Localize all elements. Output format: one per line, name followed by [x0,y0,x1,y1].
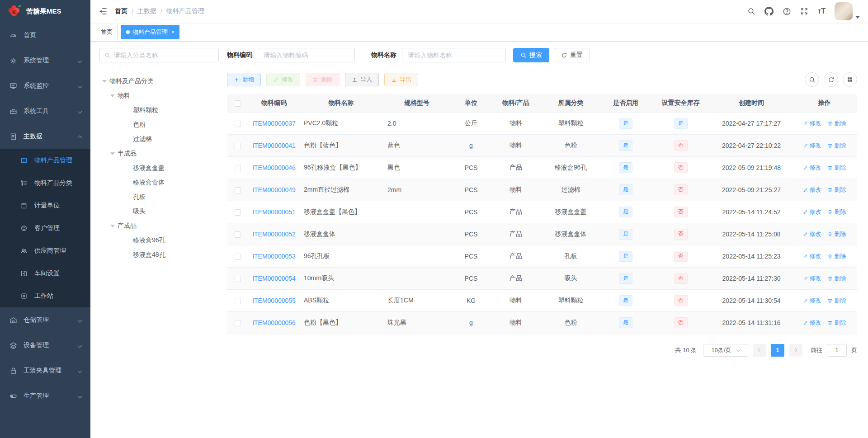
tree-node[interactable]: 塑料颗粒 [99,103,219,118]
row-delete-button[interactable]: 删除 [827,186,846,194]
row-delete-button[interactable]: 删除 [827,164,846,172]
sidebar-item-warehouse-management[interactable]: 仓储管理 [0,307,90,333]
sidebar-item-master-data[interactable]: 主数据 [0,124,90,149]
material-name-input[interactable] [402,48,506,62]
tree-node[interactable]: 移液盒96孔 [99,233,219,248]
row-checkbox[interactable] [235,320,241,326]
row-checkbox[interactable] [235,298,241,304]
prev-page-button[interactable] [753,344,766,357]
avatar[interactable] [835,2,853,20]
tab-home[interactable]: 首页 [96,25,118,39]
row-checkbox[interactable] [235,231,241,238]
refresh-table-button[interactable] [824,72,838,87]
row-edit-button[interactable]: 修改 [803,208,821,216]
material-code-link[interactable]: ITEM00000051 [252,208,296,216]
select-all-checkbox[interactable] [235,100,241,107]
row-checkbox[interactable] [235,209,241,216]
tree-node[interactable]: 移液盒48孔 [99,248,219,262]
material-code-link[interactable]: ITEM00000037 [252,120,296,127]
font-size-icon[interactable]: тT [817,7,826,15]
row-edit-button[interactable]: 修改 [803,186,821,194]
edit-button[interactable]: 修改 [266,73,300,86]
category-search-input[interactable] [114,52,214,59]
material-code-link[interactable]: ITEM00000046 [252,164,296,171]
sidebar-item-material-product-category[interactable]: 物料产品分类 [0,172,90,194]
help-icon[interactable] [783,7,791,16]
row-delete-button[interactable]: 删除 [827,141,846,150]
sidebar-item-workstation[interactable]: 工作站 [0,285,90,307]
row-edit-button[interactable]: 修改 [803,119,821,127]
row-edit-button[interactable]: 修改 [803,319,821,327]
fullscreen-icon[interactable] [800,7,808,15]
row-edit-button[interactable]: 修改 [803,252,821,260]
breadcrumb-home[interactable]: 首页 [115,7,127,15]
tree-node[interactable]: 产成品 [99,219,219,233]
material-code-link[interactable]: ITEM00000054 [252,275,296,282]
sidebar-item-customer-management[interactable]: 客户管理 [0,217,90,240]
export-button[interactable]: 导出 [384,73,418,86]
add-button[interactable]: 新增 [227,73,261,86]
breadcrumb-master-data[interactable]: 主数据 [137,7,156,15]
row-checkbox[interactable] [235,254,241,260]
import-button[interactable]: 导入 [345,73,379,86]
search-icon[interactable] [747,7,755,15]
material-code-link[interactable]: ITEM00000055 [252,297,296,304]
sidebar-item-workshop-settings[interactable]: 车间设置 [0,262,90,285]
reset-button[interactable]: 重置 [554,48,590,62]
row-checkbox[interactable] [235,143,241,149]
row-checkbox[interactable] [235,165,241,171]
row-delete-button[interactable]: 删除 [827,319,846,327]
next-page-button[interactable] [789,344,802,357]
delete-button[interactable]: 删除 [306,73,340,86]
row-checkbox[interactable] [235,276,241,282]
row-delete-button[interactable]: 删除 [827,297,846,305]
column-settings-button[interactable] [843,72,857,87]
material-code-input[interactable] [258,48,355,62]
material-code-link[interactable]: ITEM00000049 [252,186,296,193]
row-edit-button[interactable]: 修改 [803,297,821,305]
sidebar-item-material-product-management[interactable]: 物料产品管理 [0,149,90,172]
sidebar-item-system-management[interactable]: 系统管理 [0,48,90,73]
sidebar-item-home[interactable]: 首页 [0,23,90,48]
sidebar-item-system-tools[interactable]: 系统工具 [0,99,90,124]
goto-page-input[interactable] [827,344,847,357]
page-size-select[interactable]: 10条/页 [703,344,748,357]
row-delete-button[interactable]: 删除 [827,208,846,216]
tree-node[interactable]: 移液盒盒体 [99,175,219,190]
material-code-link[interactable]: ITEM00000053 [252,253,296,260]
tree-node[interactable]: 移液盒盒盖 [99,161,219,175]
show-search-toggle-button[interactable] [805,72,819,87]
material-code-link[interactable]: ITEM00000041 [252,142,296,149]
search-button[interactable]: 搜索 [513,48,549,62]
sidebar-toggle-icon[interactable] [99,7,108,16]
github-icon[interactable] [764,7,774,16]
row-delete-button[interactable]: 删除 [827,252,846,260]
tree-node[interactable]: 物料及产品分类 [99,74,219,89]
sidebar-item-supplier-management[interactable]: 供应商管理 [0,240,90,262]
row-edit-button[interactable]: 修改 [803,141,821,150]
material-code-link[interactable]: ITEM00000056 [252,319,296,326]
tree-node[interactable]: 吸头 [99,204,219,219]
sidebar-item-system-monitor[interactable]: 系统监控 [0,73,90,99]
row-checkbox[interactable] [235,187,241,193]
sidebar-item-measure-unit[interactable]: 计量单位 [0,194,90,217]
tree-node[interactable]: 色粉 [99,118,219,132]
tab-material-product-management[interactable]: 物料产品管理 × [121,25,179,39]
row-delete-button[interactable]: 删除 [827,274,846,283]
page-number-1[interactable]: 1 [771,344,784,357]
tree-node[interactable]: 过滤棉 [99,132,219,146]
tree-node[interactable]: 物料 [99,89,219,103]
row-delete-button[interactable]: 删除 [827,230,846,238]
row-edit-button[interactable]: 修改 [803,164,821,172]
row-edit-button[interactable]: 修改 [803,230,821,238]
tree-node[interactable]: 孔板 [99,190,219,204]
row-edit-button[interactable]: 修改 [803,274,821,283]
material-code-link[interactable]: ITEM00000052 [252,231,296,238]
sidebar-item-production-management[interactable]: 生产管理 [0,383,90,409]
close-icon[interactable]: × [171,29,175,35]
sidebar-item-fixture-management[interactable]: 工装夹具管理 [0,358,90,383]
row-delete-button[interactable]: 删除 [827,119,846,127]
tree-node[interactable]: 半成品 [99,146,219,161]
row-checkbox[interactable] [235,121,241,127]
sidebar-item-equipment-management[interactable]: 设备管理 [0,333,90,358]
